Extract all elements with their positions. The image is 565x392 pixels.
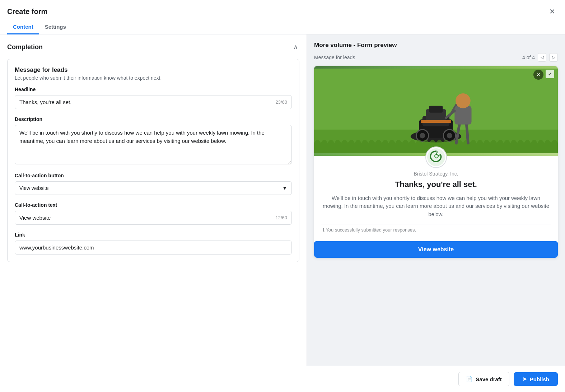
success-note: ℹ You successfully submitted your respon… [321, 224, 551, 235]
tab-content[interactable]: Content [7, 20, 39, 34]
pagination-text: 4 of 4 [522, 55, 535, 60]
link-label: Link [15, 232, 292, 238]
preview-content: Bristol Strategy, Inc. Thanks, you're al… [314, 156, 558, 241]
arrow-left-icon: ◁ [541, 55, 544, 60]
send-icon: ➤ [522, 376, 527, 382]
save-draft-label: Save draft [476, 376, 502, 382]
publish-button[interactable]: ➤ Publish [514, 372, 558, 386]
dropdown-arrow-icon: ▼ [282, 185, 287, 191]
company-logo-svg [427, 148, 445, 166]
document-icon: 📄 [466, 376, 473, 382]
preview-image: ⤢ ✕ [314, 66, 558, 156]
headline-input-wrapper: 23/60 [15, 95, 292, 109]
svg-point-18 [456, 93, 470, 108]
headline-label: Headline [15, 87, 292, 92]
modal-body: Completion ∧ Message for leads Let peopl… [0, 34, 565, 366]
section-title: Completion [7, 43, 43, 51]
svg-point-13 [447, 133, 452, 138]
cta-text-input[interactable] [19, 215, 272, 221]
close-button[interactable]: ✕ [546, 6, 558, 17]
link-input-wrapper [15, 241, 292, 255]
cta-button-value: View website [19, 185, 48, 191]
cta-button-field-group: Call-to-action button View website ▼ [15, 173, 292, 195]
preview-nav-label: Message for leads [314, 55, 355, 60]
message-subtitle: Let people who submit their information … [15, 75, 292, 81]
tabs-bar: Content Settings [0, 20, 565, 34]
save-draft-button[interactable]: 📄 Save draft [458, 372, 509, 386]
next-page-button[interactable]: ▷ [549, 53, 558, 62]
cta-text-input-wrapper: 12/60 [15, 211, 292, 225]
link-input[interactable] [19, 244, 287, 251]
section-header: Completion ∧ [7, 34, 299, 56]
create-form-modal: Create form ✕ Content Settings Completio… [0, 0, 565, 392]
publish-label: Publish [530, 376, 549, 382]
svg-rect-14 [421, 120, 451, 123]
preview-close-button[interactable]: ✕ [533, 70, 543, 80]
modal-header: Create form ✕ [0, 0, 565, 17]
cta-button-select[interactable]: View website ▼ [15, 181, 292, 195]
right-panel: More volume - Form preview Message for l… [307, 34, 565, 366]
cta-text-char-count: 12/60 [275, 215, 287, 220]
left-panel: Completion ∧ Message for leads Let peopl… [0, 34, 307, 366]
description-field-group: Description We'll be in touch with you s… [15, 116, 292, 165]
preview-card: ⤢ ✕ [314, 66, 558, 258]
headline-char-count: 23/60 [275, 99, 287, 105]
arrow-right-icon: ▷ [552, 55, 555, 60]
description-textarea[interactable]: We'll be in touch with you shortly to di… [15, 125, 292, 164]
preview-title: More volume - Form preview [314, 42, 558, 49]
expand-icon: ⤢ [546, 70, 554, 78]
preview-nav: Message for leads 4 of 4 ◁ ▷ [314, 53, 558, 62]
preview-headline: Thanks, you're all set. [321, 179, 551, 190]
company-logo [425, 146, 447, 168]
modal-footer: 📄 Save draft ➤ Publish [0, 366, 565, 392]
chevron-up-icon: ∧ [293, 43, 298, 51]
tab-settings[interactable]: Settings [39, 20, 72, 34]
view-website-button[interactable]: View website [314, 241, 558, 258]
lawn-scene-svg [314, 66, 558, 156]
preview-close-icon: ✕ [536, 72, 541, 78]
modal-title: Create form [7, 8, 47, 16]
headline-input[interactable] [19, 99, 272, 105]
svg-rect-17 [454, 106, 471, 125]
cta-text-field-group: Call-to-action text 12/60 [15, 202, 292, 225]
description-label: Description [15, 116, 292, 122]
collapse-button[interactable]: ∧ [292, 42, 299, 52]
svg-line-16 [466, 123, 468, 143]
prev-page-button[interactable]: ◁ [538, 53, 546, 62]
headline-field-group: Headline 23/60 [15, 87, 292, 109]
link-field-group: Link [15, 232, 292, 255]
svg-point-11 [420, 133, 425, 138]
preview-pagination: 4 of 4 ◁ ▷ [522, 53, 558, 62]
company-name: Bristol Strategy, Inc. [321, 171, 551, 177]
message-for-leads-title: Message for leads [15, 66, 292, 74]
svg-rect-7 [429, 106, 443, 113]
cta-text-label: Call-to-action text [15, 202, 292, 208]
cta-button-label: Call-to-action button [15, 173, 292, 178]
close-icon: ✕ [549, 7, 555, 16]
preview-description: We'll be in touch with you shortly to di… [321, 194, 551, 219]
form-group-card: Message for leads Let people who submit … [7, 59, 299, 262]
